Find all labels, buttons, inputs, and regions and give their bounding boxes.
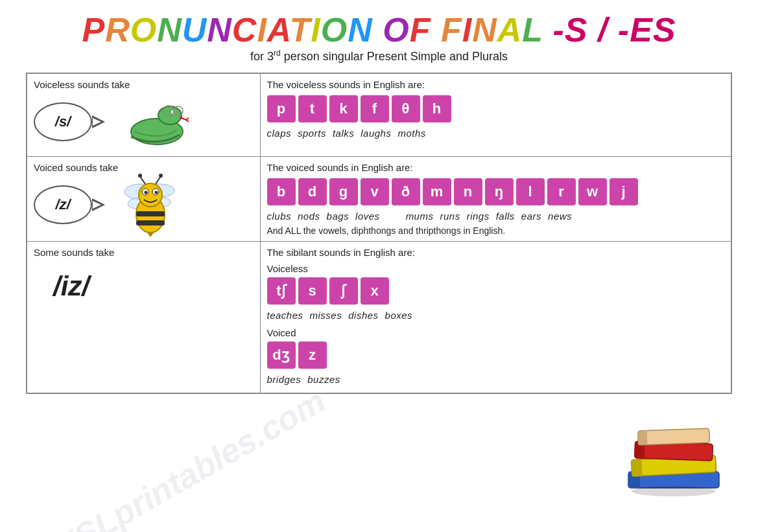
right-voiced: The voiced sounds in English are: b d g …	[260, 157, 731, 242]
svg-point-23	[138, 174, 142, 178]
svg-rect-35	[638, 430, 648, 445]
some-sounds-label: Some sounds take	[34, 247, 254, 258]
row-voiceless: Voiceless sounds take /s/	[27, 73, 731, 157]
voiceless-badges-iz: tʃ s ʃ x	[267, 277, 725, 305]
badge-v: v	[361, 178, 389, 205]
svg-line-9	[186, 120, 189, 122]
badge-f: f	[361, 95, 389, 122]
badge-n: n	[454, 178, 482, 205]
badge-tsh: tʃ	[267, 277, 296, 305]
badge-t: t	[298, 95, 327, 122]
badge-w: w	[578, 178, 607, 205]
left-voiceless: Voiceless sounds take /s/	[27, 73, 260, 157]
main-title: PRONUNCIATION OF FINAL -S / -ES	[26, 12, 732, 49]
svg-point-36	[632, 486, 716, 496]
bee-clipart	[112, 176, 189, 234]
voiced-examples: clubsnodsbagslovesmumsrunsringsfallsears…	[267, 211, 725, 222]
badge-dzh: dʒ	[267, 341, 296, 369]
left-voiced: Voiced sounds take /z/	[27, 157, 260, 242]
svg-point-21	[155, 191, 158, 194]
svg-point-17	[139, 183, 162, 207]
voiceless-examples: clapssportstalkslaughsmoths	[267, 128, 725, 139]
badge-x: x	[361, 277, 389, 305]
badge-h: h	[423, 95, 451, 122]
subtitle: for 3rd person singular Present Simple a…	[26, 49, 732, 64]
svg-line-24	[156, 176, 161, 184]
svg-rect-15	[136, 211, 165, 216]
badge-k: k	[329, 95, 358, 122]
voiceless-examples-iz: teachesmissesdishesboxes	[267, 310, 725, 321]
svg-point-20	[145, 191, 148, 194]
title-area: PRONUNCIATION OF FINAL -S / -ES for 3rd …	[26, 12, 732, 64]
voiced-right-title: The voiced sounds in English are:	[267, 162, 725, 173]
badge-r: r	[547, 178, 576, 205]
voiced-label: Voiced sounds take	[34, 162, 254, 173]
right-voiceless: The voiceless sounds in English are: p t…	[260, 73, 731, 157]
voiced-badges: b d g v ð m n ŋ l r w j	[267, 178, 725, 205]
badge-l: l	[516, 178, 545, 205]
voiceless-label: Voiceless sounds take	[34, 79, 254, 90]
badge-theta: θ	[392, 95, 420, 122]
badge-s2: s	[298, 277, 327, 305]
and-all-text: And ALL the vowels, diphthongs and thrip…	[267, 226, 725, 236]
voiced-badges-iz: dʒ z	[267, 341, 725, 369]
voiceless-right-title: The voiceless sounds in English are:	[267, 79, 725, 90]
books-clipart	[622, 407, 726, 513]
left-iz: Some sounds take /iz/	[27, 242, 260, 394]
speech-bubble-s: /s/	[34, 102, 92, 141]
main-content-table: Voiceless sounds take /s/	[26, 73, 732, 394]
sibilant-title: The sibilant sounds in English are:	[267, 247, 725, 258]
page: PRONUNCIATION OF FINAL -S / -ES for 3rd …	[0, 0, 758, 532]
voiceless-badges: p t k f θ h	[267, 95, 725, 122]
badge-j: j	[610, 178, 638, 205]
row-voiced: Voiced sounds take /z/	[27, 157, 731, 242]
speech-bubble-z: /z/	[34, 185, 92, 224]
iz-symbol: /iz/	[53, 271, 89, 301]
watermark: ZSLprintables.com	[49, 381, 331, 532]
badge-eth: ð	[392, 178, 420, 205]
svg-line-22	[140, 176, 145, 184]
badge-m: m	[423, 178, 451, 205]
svg-rect-30	[631, 459, 642, 477]
snake-clipart	[118, 93, 196, 151]
svg-point-25	[159, 174, 163, 178]
svg-marker-26	[147, 233, 154, 237]
right-iz: The sibilant sounds in English are: Voic…	[260, 242, 731, 394]
badge-p: p	[267, 95, 296, 122]
voiceless-label-iz: Voiceless	[267, 263, 725, 274]
voiced-examples-iz: bridgesbuzzes	[267, 374, 725, 385]
svg-rect-16	[136, 220, 165, 226]
badge-eng: ŋ	[485, 178, 514, 205]
voiced-label-iz: Voiced	[267, 327, 725, 338]
badge-z2: z	[298, 341, 327, 369]
badge-b: b	[267, 178, 296, 205]
badge-d: d	[298, 178, 327, 205]
svg-rect-34	[638, 428, 710, 445]
row-iz: Some sounds take /iz/ The sibilant sound…	[27, 242, 731, 394]
badge-g: g	[329, 178, 358, 205]
badge-sh: ʃ	[329, 277, 358, 305]
